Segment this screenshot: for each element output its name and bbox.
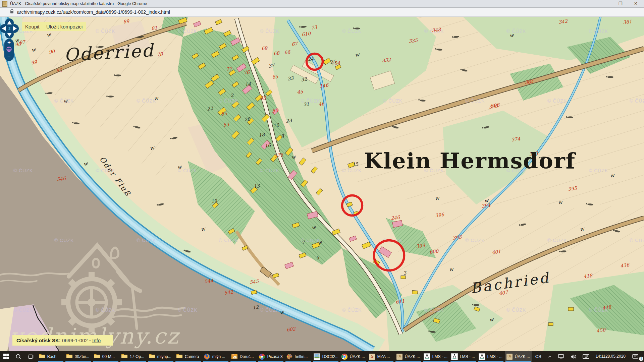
task-view-button[interactable] xyxy=(25,351,37,362)
map-zoom-control[interactable]: + − xyxy=(4,39,14,61)
save-composition-chip[interactable]: Uložit kompozici xyxy=(43,22,86,31)
info-link[interactable]: Info xyxy=(92,338,101,343)
parchment-red-icon xyxy=(369,353,375,360)
copyright-watermark: © ČÚZK xyxy=(465,98,485,104)
lock-icon[interactable] xyxy=(10,9,14,15)
taskbar-app-mza[interactable]: MZA ... xyxy=(367,351,394,362)
copyright-watermark: © ČÚZK xyxy=(465,238,485,243)
taskbar-app-17-op[interactable]: 17-Op... xyxy=(120,351,147,362)
copyright-watermark: © ČÚZK xyxy=(589,28,608,34)
globe-extent-button[interactable] xyxy=(6,46,12,54)
taskbar-app-picasa-3[interactable]: Picasa 3 xyxy=(257,351,284,362)
restore-button[interactable]: ❐ xyxy=(613,0,628,7)
taskbar-app-label: Doruč... xyxy=(240,354,254,359)
taskbar-app-label: ÚAZK ... xyxy=(515,354,530,359)
system-tray: CS 14:11 28.05.2020 1 xyxy=(532,351,644,362)
buy-link[interactable]: Koupit xyxy=(25,24,40,29)
parcel-number-red: 361 xyxy=(623,19,632,25)
building xyxy=(401,276,406,279)
copyright-watermark: © ČÚZK xyxy=(260,307,279,313)
parcel-number-red: 611 xyxy=(395,298,405,305)
taskbar-app-label: 17-Op... xyxy=(130,354,144,359)
parcel-number-red: 66 xyxy=(284,49,291,55)
taskbar-app-dsc02[interactable]: DSC02... xyxy=(312,351,339,362)
taskbar-app-00-m[interactable]: 00-M... xyxy=(92,351,119,362)
parcel-number-red: 76 xyxy=(243,69,250,75)
save-composition-link[interactable]: Uložit kompozici xyxy=(46,24,83,29)
taskbar-app-camera[interactable]: Camera xyxy=(175,351,202,362)
copyright-watermark: © ČÚZK xyxy=(342,28,362,34)
window-titlebar[interactable]: ÚAZK - Císařské povinné otisky map stabi… xyxy=(0,0,644,8)
page-favicon-icon xyxy=(2,1,7,7)
taskbar-app-label: LMS - ... xyxy=(460,354,475,359)
taskbar-app-lms[interactable]: LMS - ... xyxy=(422,351,449,362)
taskbar-app-label: ÚAZK ... xyxy=(405,354,420,359)
buy-link-chip[interactable]: Koupit xyxy=(22,22,43,31)
search-button[interactable] xyxy=(12,351,25,362)
taskbar-app-label: DSC02... xyxy=(322,354,338,359)
language-indicator[interactable]: CS xyxy=(532,351,544,362)
pan-down-button[interactable] xyxy=(5,30,14,39)
taskbar-app-bach[interactable]: Bach xyxy=(37,351,64,362)
taskbar-app-label: 00Zbir... xyxy=(75,354,89,359)
taskbar-app-doru[interactable]: Doruč... xyxy=(230,351,257,362)
start-button[interactable] xyxy=(0,351,12,362)
network-icon xyxy=(558,354,565,359)
taskbar-app-label: ÚAZK ... xyxy=(350,354,365,359)
parcel-number-red: 376 xyxy=(274,152,284,159)
folder-icon xyxy=(121,353,128,360)
parcel-number-red: 90 xyxy=(48,49,55,55)
taskbar-app-label: mlynp... xyxy=(157,354,171,359)
taskbar-app-lms[interactable]: LMS - ... xyxy=(477,351,504,362)
parcel-number-red: 545 xyxy=(249,279,259,285)
taskbar-app-label: LMS - ... xyxy=(487,354,502,359)
taskbar-app-mlynp[interactable]: mlynp... xyxy=(147,351,174,362)
address-bar[interactable]: archivnimapy.cuzk.cz/uazk/com/com_data/0… xyxy=(0,8,644,17)
window-title: ÚAZK - Císařské povinné otisky map stabi… xyxy=(10,1,147,6)
copyright-watermark: © ČÚZK xyxy=(178,168,197,173)
sheet-number: 0699-1-002 xyxy=(62,338,88,343)
close-button[interactable]: ✕ xyxy=(628,0,643,7)
network-button[interactable] xyxy=(555,351,568,362)
taskbar-app-00zbir[interactable]: 00Zbir... xyxy=(65,351,92,362)
url-text[interactable]: archivnimapy.cuzk.cz/uazk/com/com_data/0… xyxy=(17,9,170,15)
minimize-button[interactable]: — xyxy=(597,0,612,7)
map-viewport[interactable]: 8981789080979899546777673676106866696563… xyxy=(0,17,644,351)
parcel-number-red: 45 xyxy=(297,89,304,95)
photo-icon xyxy=(314,353,320,360)
zoom-out-button[interactable]: − xyxy=(7,55,11,60)
notification-center-button[interactable]: 1 xyxy=(629,351,644,362)
parcel-number-red: 53 xyxy=(223,122,230,128)
sheet-info-bar: Císařský otisk SK: 0699-1-002 - Info xyxy=(12,335,113,346)
parcel-number-red: 418 xyxy=(583,273,593,279)
hidden-icons-button[interactable] xyxy=(544,351,555,362)
windows-taskbar[interactable]: Bach 00Zbir... 00-M... 17-Op... mlynp...… xyxy=(0,351,644,362)
copyright-watermark: © ČÚZK xyxy=(96,28,115,34)
touch-keyboard-button[interactable] xyxy=(580,351,592,362)
house-number: 13 xyxy=(253,183,260,189)
map-pan-control[interactable] xyxy=(1,18,17,39)
parcel-number-red: 81 xyxy=(151,25,158,31)
taskbar-app-azk[interactable]: ÚAZK ... xyxy=(395,351,422,362)
cadastral-map[interactable]: 8981789080979899546777673676106866696563… xyxy=(0,17,644,351)
parcel-number-red: 63 xyxy=(259,95,266,101)
clock[interactable]: 14:11 28.05.2020 xyxy=(592,351,629,362)
taskbar-app-ml-n[interactable]: mlýn ... xyxy=(202,351,229,362)
zoom-in-button[interactable]: + xyxy=(7,40,11,45)
taskbar-app-label: MZA ... xyxy=(377,354,390,359)
copyright-watermark: © ČÚZK xyxy=(301,238,320,243)
picasa-icon xyxy=(259,353,265,360)
taskbar-app-heltin[interactable]: heltin... xyxy=(285,351,312,362)
house-number: 16 xyxy=(264,142,271,148)
taskbar-app-lms[interactable]: LMS - ... xyxy=(450,351,477,362)
copyright-watermark: © ČÚZK xyxy=(424,168,444,173)
parcel-number-red: 78 xyxy=(156,51,163,57)
volume-button[interactable] xyxy=(568,351,580,362)
parcel-number-red: 546 xyxy=(56,176,66,182)
house-number: 33 xyxy=(287,75,294,81)
copyright-watermark: © ČÚZK xyxy=(589,307,608,313)
taskbar-app-azk[interactable]: ÚAZK ... xyxy=(340,351,367,362)
house-number: 14 xyxy=(245,81,252,87)
parcel-number-red: 600 xyxy=(429,248,439,255)
taskbar-app-azk[interactable]: ÚAZK ... xyxy=(505,351,532,362)
